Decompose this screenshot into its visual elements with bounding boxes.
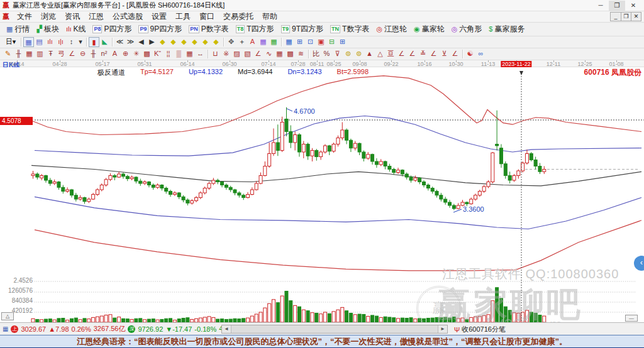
candle-body[interactable]	[70, 190, 73, 195]
candle-body[interactable]	[147, 182, 150, 185]
mdi-restore-button[interactable]: ❐	[621, 13, 631, 21]
candle-body[interactable]	[216, 180, 219, 182]
candle-body[interactable]	[255, 183, 258, 190]
board-tool-icon[interactable]: ⊡	[305, 37, 316, 47]
candle-body[interactable]	[289, 131, 292, 143]
gann-grid-f-icon[interactable]: Ŧ	[45, 49, 56, 59]
candle-body[interactable]	[247, 195, 250, 198]
kline-chart[interactable]: 4.67003.3600 极反通道Tp=4.5127Up=4.1332Md=3.…	[0, 67, 644, 322]
scroll-left-arrow[interactable]: ◄	[222, 325, 231, 333]
candle-body[interactable]	[336, 138, 340, 144]
calculator-tool-icon[interactable]: ⊞	[294, 37, 305, 47]
ratio-tool-icon[interactable]: 比	[311, 49, 321, 59]
date-label[interactable]: 06-14	[180, 61, 194, 67]
slant-lines-tool-icon[interactable]: ≋	[296, 49, 306, 59]
date-label[interactable]: 12-25	[577, 61, 592, 67]
candle-body[interactable]	[345, 130, 348, 140]
date-label-selected[interactable]: 2023-11-22	[501, 61, 531, 67]
date-label[interactable]: 05-17	[95, 61, 109, 67]
candle-body[interactable]	[280, 122, 284, 150]
candle-body[interactable]	[328, 146, 331, 151]
candle-body[interactable]	[79, 198, 82, 200]
volume-pane-mini-button[interactable]: —	[625, 315, 638, 322]
toolbar-hexagon[interactable]: ◎六角形	[449, 23, 485, 35]
candle-body[interactable]	[160, 185, 164, 188]
candle-body[interactable]	[53, 182, 56, 184]
candle-body[interactable]	[353, 143, 357, 148]
candle-body[interactable]	[379, 161, 382, 165]
date-label[interactable]: 09-08	[352, 61, 367, 67]
price-annotation[interactable]: 3.3600	[463, 205, 484, 213]
toolbar-9t-square[interactable]: T99T四方形	[279, 23, 326, 35]
candle-body[interactable]	[121, 174, 125, 177]
candle-body[interactable]	[92, 195, 95, 200]
candle-body[interactable]	[48, 180, 52, 183]
dark-grid-tool-icon[interactable]: ▩	[142, 49, 152, 59]
candle-body[interactable]	[268, 153, 271, 166]
frame-tool-icon[interactable]: ⊔	[210, 49, 221, 59]
candle-body[interactable]	[156, 185, 159, 188]
toolbar-9p-square[interactable]: P99P四方形	[136, 23, 184, 35]
candle-body[interactable]	[169, 192, 172, 195]
candle-body[interactable]	[508, 176, 511, 181]
candle-body[interactable]	[405, 174, 408, 177]
price-alert-tag[interactable]: 4.5078	[0, 117, 33, 125]
candle-body[interactable]	[276, 143, 279, 151]
candle-body[interactable]	[233, 190, 236, 193]
date-label[interactable]: 07-14	[261, 61, 275, 67]
red-grid-1-icon[interactable]: ▨	[231, 49, 242, 59]
candle-body[interactable]	[195, 198, 198, 201]
candle-body[interactable]	[297, 134, 301, 152]
red-grid-2-icon[interactable]: ▧	[242, 49, 253, 59]
date-label[interactable]: 08-11	[310, 61, 324, 67]
candle-body[interactable]	[259, 176, 262, 184]
date-label[interactable]: 04-14	[9, 61, 24, 67]
toolbar-kline[interactable]: ılıK线	[64, 23, 89, 35]
volume-pane-expand-button[interactable]: △	[1, 312, 14, 320]
candle-body[interactable]	[496, 144, 499, 146]
candle-body[interactable]	[306, 144, 309, 156]
d-line-tool-icon[interactable]: ∠	[450, 49, 460, 59]
z-line-tool-icon[interactable]: ∠	[428, 49, 439, 59]
date-label[interactable]: 08-25	[326, 61, 341, 67]
candle-body[interactable]	[543, 170, 546, 172]
v-line-tool-icon[interactable]: ⊻	[439, 49, 450, 59]
compass-tool-icon[interactable]: A	[109, 49, 120, 59]
candle-body[interactable]	[182, 197, 185, 200]
candle-body[interactable]	[435, 192, 438, 195]
market-grid-icon[interactable]: ▦	[3, 325, 8, 332]
candle-body[interactable]	[401, 170, 404, 174]
candle-body[interactable]	[221, 182, 224, 185]
angle-pen-icon[interactable]: ∠	[67, 49, 77, 59]
candle-body[interactable]	[44, 176, 47, 181]
candle-body[interactable]	[208, 183, 211, 188]
candle-body[interactable]	[135, 177, 138, 181]
candle-body[interactable]	[452, 205, 455, 209]
candle-body[interactable]	[392, 170, 396, 173]
golden-circle-2-icon[interactable]: ⊜	[353, 49, 364, 59]
calendar-tool-icon[interactable]: ▦	[284, 37, 294, 47]
candle-body[interactable]	[367, 155, 370, 158]
candle-body[interactable]	[491, 153, 494, 182]
candle-body[interactable]	[474, 195, 477, 199]
candle-body[interactable]	[66, 190, 69, 192]
candle-body[interactable]	[517, 171, 520, 176]
candle-body[interactable]	[104, 180, 108, 185]
candle-body[interactable]	[74, 195, 77, 199]
sse-index-icon[interactable]: 上	[11, 325, 18, 333]
gold-box-tool-icon[interactable]: 亘	[386, 49, 396, 59]
candle-body[interactable]	[448, 202, 452, 205]
toolbar-winner-wheel[interactable]: ◉赢家轮	[411, 23, 447, 35]
candle-body[interactable]	[203, 188, 206, 193]
date-label[interactable]: 12-11	[547, 61, 560, 67]
candle-body[interactable]	[426, 185, 430, 188]
nav-prev-icon[interactable]: ◀	[136, 37, 147, 47]
candle-body[interactable]	[362, 152, 365, 158]
candle-body[interactable]	[530, 153, 533, 160]
gann-box-2-icon[interactable]: ▥	[35, 49, 45, 59]
candle-body[interactable]	[513, 176, 516, 181]
fan-tool-icon[interactable]: △	[375, 49, 386, 59]
candle-body[interactable]	[311, 150, 314, 156]
candle-body[interactable]	[465, 202, 469, 204]
szse-index-value[interactable]: 9726.92	[138, 325, 163, 333]
